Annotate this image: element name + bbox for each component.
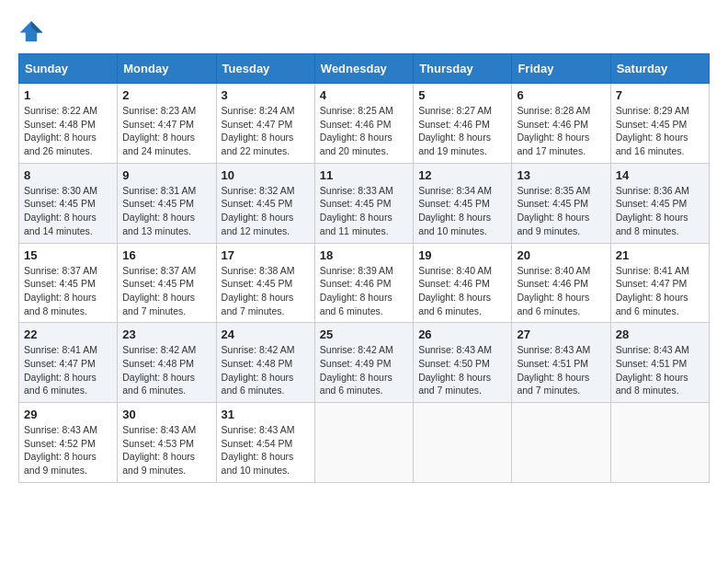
day-info: Sunrise: 8:41 AMSunset: 4:47 PMDaylight:…: [24, 343, 112, 397]
day-number: 5: [418, 88, 506, 102]
day-info: Sunrise: 8:43 AMSunset: 4:52 PMDaylight:…: [24, 423, 112, 477]
weekday-row: SundayMondayTuesdayWednesdayThursdayFrid…: [19, 54, 710, 84]
day-info: Sunrise: 8:30 AMSunset: 4:45 PMDaylight:…: [24, 184, 112, 238]
day-number: 12: [418, 168, 506, 182]
day-number: 20: [517, 248, 605, 262]
day-info: Sunrise: 8:40 AMSunset: 4:46 PMDaylight:…: [418, 264, 506, 318]
calendar-cell: 14Sunrise: 8:36 AMSunset: 4:45 PMDayligh…: [610, 163, 709, 243]
weekday-header: Tuesday: [216, 54, 314, 84]
day-info: Sunrise: 8:43 AMSunset: 4:54 PMDaylight:…: [222, 423, 310, 477]
day-info: Sunrise: 8:22 AMSunset: 4:48 PMDaylight:…: [24, 104, 112, 158]
day-number: 1: [24, 88, 112, 102]
day-number: 7: [616, 88, 704, 102]
day-number: 18: [320, 248, 408, 262]
calendar-cell: 30Sunrise: 8:43 AMSunset: 4:53 PMDayligh…: [118, 403, 216, 483]
calendar-cell: [610, 403, 709, 483]
calendar-cell: 23Sunrise: 8:42 AMSunset: 4:48 PMDayligh…: [118, 323, 216, 403]
calendar-week-row: 15Sunrise: 8:37 AMSunset: 4:45 PMDayligh…: [19, 243, 710, 323]
day-number: 21: [616, 248, 704, 262]
calendar-cell: [314, 403, 413, 483]
day-number: 13: [517, 168, 605, 182]
calendar-cell: [512, 403, 610, 483]
day-info: Sunrise: 8:32 AMSunset: 4:45 PMDaylight:…: [222, 184, 310, 238]
calendar-table: SundayMondayTuesdayWednesdayThursdayFrid…: [18, 53, 710, 483]
day-info: Sunrise: 8:43 AMSunset: 4:51 PMDaylight:…: [517, 343, 605, 397]
day-info: Sunrise: 8:27 AMSunset: 4:46 PMDaylight:…: [418, 104, 506, 158]
calendar-cell: 8Sunrise: 8:30 AMSunset: 4:45 PMDaylight…: [19, 163, 118, 243]
day-number: 26: [418, 327, 506, 341]
day-info: Sunrise: 8:34 AMSunset: 4:45 PMDaylight:…: [418, 184, 506, 238]
day-number: 14: [616, 168, 704, 182]
day-number: 11: [320, 168, 408, 182]
calendar-cell: 19Sunrise: 8:40 AMSunset: 4:46 PMDayligh…: [414, 243, 512, 323]
weekday-header: Wednesday: [314, 54, 413, 84]
day-info: Sunrise: 8:31 AMSunset: 4:45 PMDaylight:…: [122, 184, 210, 238]
calendar-cell: 20Sunrise: 8:40 AMSunset: 4:46 PMDayligh…: [512, 243, 610, 323]
calendar-cell: 25Sunrise: 8:42 AMSunset: 4:49 PMDayligh…: [314, 323, 413, 403]
day-info: Sunrise: 8:42 AMSunset: 4:48 PMDaylight:…: [122, 343, 210, 397]
calendar-cell: 28Sunrise: 8:43 AMSunset: 4:51 PMDayligh…: [610, 323, 709, 403]
calendar-body: 1Sunrise: 8:22 AMSunset: 4:48 PMDaylight…: [19, 84, 710, 483]
day-info: Sunrise: 8:43 AMSunset: 4:50 PMDaylight:…: [418, 343, 506, 397]
calendar-cell: 21Sunrise: 8:41 AMSunset: 4:47 PMDayligh…: [610, 243, 709, 323]
calendar-cell: 12Sunrise: 8:34 AMSunset: 4:45 PMDayligh…: [414, 163, 512, 243]
day-info: Sunrise: 8:37 AMSunset: 4:45 PMDaylight:…: [122, 264, 210, 318]
calendar-cell: 4Sunrise: 8:25 AMSunset: 4:46 PMDaylight…: [314, 84, 413, 164]
day-info: Sunrise: 8:38 AMSunset: 4:45 PMDaylight:…: [222, 264, 310, 318]
calendar-cell: 22Sunrise: 8:41 AMSunset: 4:47 PMDayligh…: [19, 323, 118, 403]
day-number: 16: [122, 248, 210, 262]
day-number: 24: [222, 327, 310, 341]
day-info: Sunrise: 8:24 AMSunset: 4:47 PMDaylight:…: [222, 104, 310, 158]
day-number: 10: [222, 168, 310, 182]
day-number: 4: [320, 88, 408, 102]
day-number: 17: [222, 248, 310, 262]
day-number: 19: [418, 248, 506, 262]
calendar-cell: 1Sunrise: 8:22 AMSunset: 4:48 PMDaylight…: [19, 84, 118, 164]
calendar-cell: 7Sunrise: 8:29 AMSunset: 4:45 PMDaylight…: [610, 84, 709, 164]
day-number: 28: [616, 327, 704, 341]
day-info: Sunrise: 8:37 AMSunset: 4:45 PMDaylight:…: [24, 264, 112, 318]
day-number: 9: [122, 168, 210, 182]
calendar-cell: 26Sunrise: 8:43 AMSunset: 4:50 PMDayligh…: [414, 323, 512, 403]
calendar-cell: 2Sunrise: 8:23 AMSunset: 4:47 PMDaylight…: [118, 84, 216, 164]
calendar-cell: 10Sunrise: 8:32 AMSunset: 4:45 PMDayligh…: [216, 163, 314, 243]
day-info: Sunrise: 8:40 AMSunset: 4:46 PMDaylight:…: [517, 264, 605, 318]
day-info: Sunrise: 8:23 AMSunset: 4:47 PMDaylight:…: [122, 104, 210, 158]
day-number: 8: [24, 168, 112, 182]
weekday-header: Sunday: [19, 54, 118, 84]
day-number: 25: [320, 327, 408, 341]
weekday-header: Monday: [118, 54, 216, 84]
calendar-week-row: 29Sunrise: 8:43 AMSunset: 4:52 PMDayligh…: [19, 403, 710, 483]
calendar-cell: 17Sunrise: 8:38 AMSunset: 4:45 PMDayligh…: [216, 243, 314, 323]
page-header: [18, 18, 710, 44]
day-info: Sunrise: 8:35 AMSunset: 4:45 PMDaylight:…: [517, 184, 605, 238]
logo-icon: [18, 18, 44, 44]
calendar-header: SundayMondayTuesdayWednesdayThursdayFrid…: [19, 54, 710, 84]
day-info: Sunrise: 8:36 AMSunset: 4:45 PMDaylight:…: [616, 184, 704, 238]
day-number: 6: [517, 88, 605, 102]
day-info: Sunrise: 8:42 AMSunset: 4:49 PMDaylight:…: [320, 343, 408, 397]
day-number: 22: [24, 327, 112, 341]
calendar-cell: 18Sunrise: 8:39 AMSunset: 4:46 PMDayligh…: [314, 243, 413, 323]
weekday-header: Friday: [512, 54, 610, 84]
day-number: 2: [122, 88, 210, 102]
weekday-header: Thursday: [414, 54, 512, 84]
day-number: 3: [222, 88, 310, 102]
day-info: Sunrise: 8:43 AMSunset: 4:53 PMDaylight:…: [122, 423, 210, 477]
day-info: Sunrise: 8:29 AMSunset: 4:45 PMDaylight:…: [616, 104, 704, 158]
day-info: Sunrise: 8:43 AMSunset: 4:51 PMDaylight:…: [616, 343, 704, 397]
logo: [18, 18, 48, 44]
day-info: Sunrise: 8:33 AMSunset: 4:45 PMDaylight:…: [320, 184, 408, 238]
day-number: 23: [122, 327, 210, 341]
calendar-cell: 29Sunrise: 8:43 AMSunset: 4:52 PMDayligh…: [19, 403, 118, 483]
calendar-cell: 16Sunrise: 8:37 AMSunset: 4:45 PMDayligh…: [118, 243, 216, 323]
calendar-week-row: 22Sunrise: 8:41 AMSunset: 4:47 PMDayligh…: [19, 323, 710, 403]
day-info: Sunrise: 8:42 AMSunset: 4:48 PMDaylight:…: [222, 343, 310, 397]
day-number: 30: [122, 408, 210, 421]
calendar-cell: 27Sunrise: 8:43 AMSunset: 4:51 PMDayligh…: [512, 323, 610, 403]
calendar-cell: [414, 403, 512, 483]
calendar-cell: 11Sunrise: 8:33 AMSunset: 4:45 PMDayligh…: [314, 163, 413, 243]
day-info: Sunrise: 8:28 AMSunset: 4:46 PMDaylight:…: [517, 104, 605, 158]
calendar-cell: 5Sunrise: 8:27 AMSunset: 4:46 PMDaylight…: [414, 84, 512, 164]
day-info: Sunrise: 8:39 AMSunset: 4:46 PMDaylight:…: [320, 264, 408, 318]
